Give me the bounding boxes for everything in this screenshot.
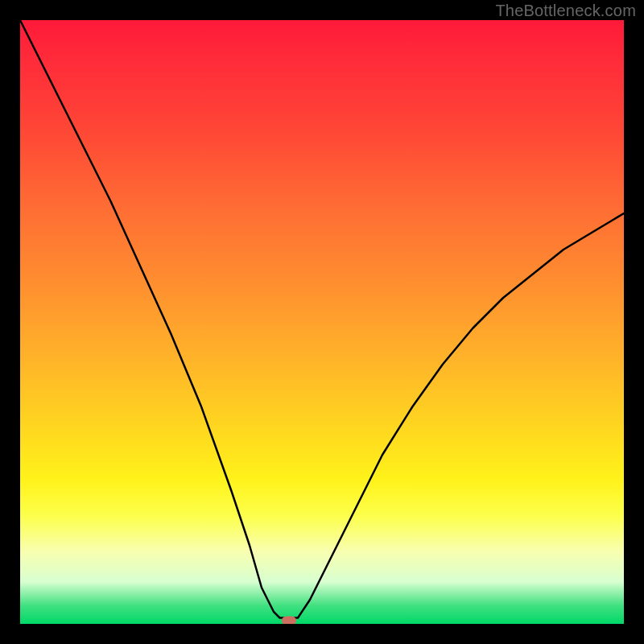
- watermark-text: TheBottleneck.com: [495, 2, 636, 20]
- plot-area: [20, 20, 624, 624]
- optimum-marker: [282, 617, 296, 624]
- chart-frame: TheBottleneck.com: [0, 0, 644, 644]
- bottleneck-curve: [20, 20, 624, 624]
